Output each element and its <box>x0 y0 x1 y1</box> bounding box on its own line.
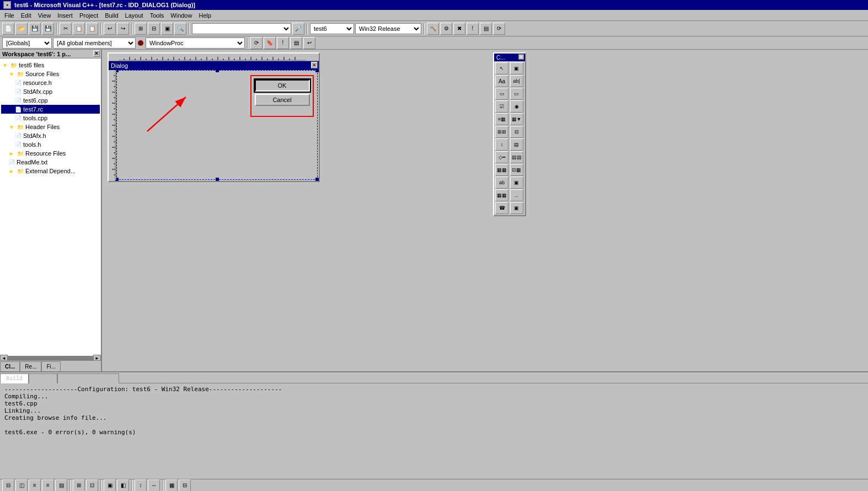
tool-ipaddress[interactable]: ☎ <box>495 202 508 214</box>
build-btn4[interactable]: ! <box>467 23 479 35</box>
save-all-button[interactable]: 💾 <box>42 23 54 35</box>
menu-edit[interactable]: Edit <box>18 11 35 20</box>
build-tb-btn9[interactable]: ◧ <box>117 479 129 492</box>
handle-bm[interactable] <box>216 178 219 181</box>
handle-tm[interactable] <box>216 69 219 72</box>
tree-item-readme[interactable]: 📄 ReadMe.txt <box>1 158 100 167</box>
undo-button[interactable]: ↩ <box>104 23 116 35</box>
new-file-button[interactable]: 📄 <box>2 23 14 35</box>
tree-item-header-files[interactable]: ▼ 📁 Header Files <box>1 122 100 131</box>
build-tb-btn11[interactable]: ↔ <box>148 479 160 492</box>
tree-item-source-files[interactable]: ▼ 📁 Source Files <box>1 70 100 78</box>
tree-item-test6-cpp[interactable]: 📄 test6.cpp <box>1 96 100 105</box>
nav-btn2[interactable]: 🔖 <box>264 37 276 49</box>
redo-button[interactable]: ↪ <box>117 23 129 35</box>
menu-build[interactable]: Build <box>101 11 121 20</box>
save-button[interactable]: 💾 <box>29 23 41 35</box>
tool-edit[interactable]: ab| <box>510 75 523 87</box>
tab-build[interactable]: Build <box>0 373 29 383</box>
browse-btn2[interactable]: ⊟ <box>148 23 160 35</box>
dialog-body-canvas[interactable]: OK Cancel <box>116 70 318 180</box>
handle-br[interactable] <box>315 178 319 181</box>
build-tb-btn4[interactable]: ≡ <box>42 479 54 492</box>
tool-tab[interactable]: ⊟▦ <box>510 164 523 176</box>
tool-monthcal[interactable]: ... <box>510 189 523 201</box>
build-btn3[interactable]: ✖ <box>453 23 465 35</box>
tab-fileview[interactable]: Fi... <box>41 361 61 371</box>
globals-dropdown[interactable]: [Globals] <box>2 38 52 49</box>
search-dropdown[interactable] <box>192 23 291 34</box>
build-btn5[interactable]: ▤ <box>480 23 492 35</box>
tree-item-resource-h[interactable]: 📄 resource.h <box>1 78 100 87</box>
toolbox-close-button[interactable]: ✕ <box>518 54 524 60</box>
build-btn1[interactable]: 🔨 <box>427 23 439 35</box>
build-tb-btn12[interactable]: ▦ <box>165 479 178 492</box>
menu-window[interactable]: Window <box>167 11 195 20</box>
menu-help[interactable]: Help <box>195 11 215 20</box>
tab-find-in-files[interactable]: Find in Files 1 <box>57 373 119 383</box>
tree-item-resource-files[interactable]: ► 📁 Resource Files <box>1 149 100 158</box>
nav-btn4[interactable]: ▤ <box>290 37 302 49</box>
tab-resourceview[interactable]: Re... <box>20 361 41 371</box>
tree-item-stdafx-h[interactable]: 📄 StdAfx.h <box>1 131 100 140</box>
tree-item-tools-h[interactable]: 📄 tools.h <box>1 140 100 149</box>
function-dropdown[interactable]: WindowProc <box>146 38 245 49</box>
dialog-close-button[interactable]: ✕ <box>311 62 318 68</box>
tool-picture[interactable]: ▣ <box>510 62 523 74</box>
build-tb-btn1[interactable]: ⊟ <box>2 479 14 492</box>
build-tb-btn3[interactable]: ≡ <box>29 479 41 492</box>
build-tb-btn13[interactable]: ⊟ <box>179 479 191 492</box>
tool-hscroll[interactable]: ⊞⊞ <box>495 126 508 138</box>
config-dropdown[interactable]: Win32 Release <box>355 23 421 34</box>
build-tb-btn8[interactable]: ▣ <box>104 479 116 492</box>
tool-groupbox[interactable]: ▭ <box>495 88 508 100</box>
tree-item-tools-cpp[interactable]: 📄 tools.cpp <box>1 114 100 122</box>
tool-extcombo[interactable]: ▣ <box>510 202 523 214</box>
menu-view[interactable]: View <box>35 11 55 20</box>
tab-debug[interactable]: Debug <box>29 373 57 383</box>
tool-richedit[interactable]: ▣ <box>510 177 523 189</box>
members-dropdown[interactable]: [All global members] <box>53 38 136 49</box>
tool-checkbox[interactable]: ☑ <box>495 100 508 113</box>
go-button[interactable]: 🔎 <box>292 23 304 35</box>
tree-item-root[interactable]: ▼ 📁 test6 files <box>1 61 100 70</box>
tool-spin[interactable]: ↕ <box>495 138 508 151</box>
handle-tr[interactable] <box>315 69 319 72</box>
nav-btn1[interactable]: ⟳ <box>250 37 262 49</box>
find-button[interactable]: 🔍 <box>174 23 186 35</box>
tool-listbox[interactable]: ≡▦ <box>495 113 508 125</box>
tree-item-external[interactable]: ► 📁 External Depend... <box>1 167 100 175</box>
tab-classview[interactable]: Cl... <box>0 361 20 371</box>
tool-button[interactable]: ▭ <box>510 88 523 100</box>
tool-combo[interactable]: ▦▼ <box>510 113 523 125</box>
paste-button[interactable]: 📋 <box>86 23 98 35</box>
tool-radio[interactable]: ◉ <box>510 100 523 113</box>
build-tb-btn10[interactable]: ↕ <box>135 479 147 492</box>
nav-btn3[interactable]: ! <box>277 37 289 49</box>
tool-datetime[interactable]: ▦▦ <box>495 189 508 201</box>
tool-select[interactable]: ↖ <box>495 62 508 74</box>
cancel-button[interactable]: Cancel <box>255 94 310 106</box>
tool-vscroll[interactable]: ⊟ <box>510 126 523 138</box>
open-button[interactable]: 📂 <box>15 23 28 35</box>
build-tb-btn7[interactable]: ⊡ <box>86 479 98 492</box>
workspace-scrollbar[interactable]: ◄ ► <box>0 356 101 360</box>
tool-tree[interactable]: ▤▤ <box>510 151 523 163</box>
cut-button[interactable]: ✂ <box>60 23 72 35</box>
workspace-close-button[interactable]: ✕ <box>93 50 100 57</box>
tree-item-test7-rc[interactable]: 📄 test7.rc <box>1 105 100 114</box>
nav-btn5[interactable]: ↩ <box>303 37 315 49</box>
tool-slider[interactable]: ◇━ <box>495 151 508 163</box>
tool-animation[interactable]: ab <box>495 177 508 189</box>
build-tb-btn6[interactable]: ⊞ <box>73 479 85 492</box>
build-tb-btn2[interactable]: ◫ <box>15 479 28 492</box>
tree-item-stdafx-cpp[interactable]: 📄 StdAfx.cpp <box>1 87 100 96</box>
build-btn6[interactable]: ⟳ <box>493 23 505 35</box>
copy-button[interactable]: 📋 <box>73 23 85 35</box>
menu-insert[interactable]: Insert <box>54 11 76 20</box>
menu-layout[interactable]: Layout <box>122 11 147 20</box>
project-dropdown[interactable]: test6 <box>310 23 354 34</box>
menu-tools[interactable]: Tools <box>147 11 168 20</box>
build-btn2[interactable]: ⚙ <box>440 23 452 35</box>
tool-progress[interactable]: ▤ <box>510 138 523 151</box>
